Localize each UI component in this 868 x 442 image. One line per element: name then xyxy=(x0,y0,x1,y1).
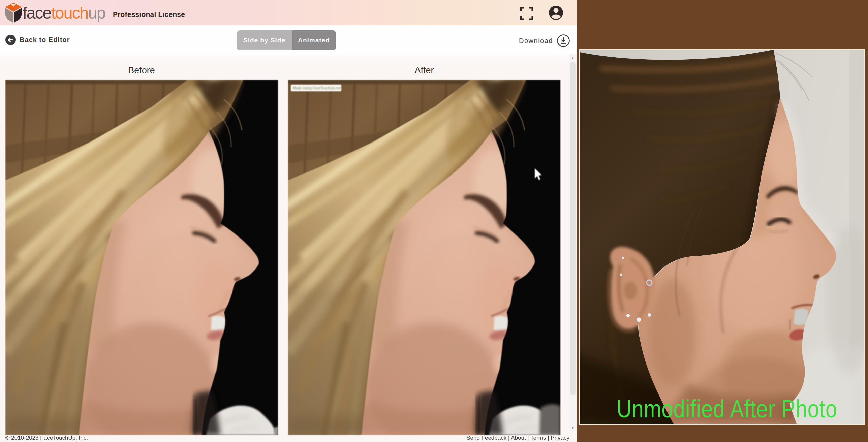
svg-text:Made Using FaceTouchUp.com: Made Using FaceTouchUp.com xyxy=(293,86,342,90)
svg-text:Unmodified After Photo: Unmodified After Photo xyxy=(617,395,837,423)
